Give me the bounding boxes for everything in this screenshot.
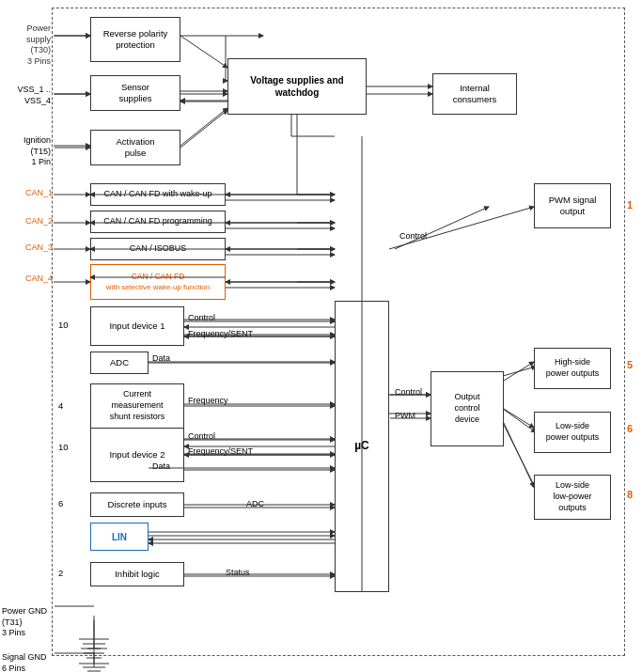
freq-sent1-label: Frequency/SENT [188, 329, 253, 338]
ignition-label: Ignition (T15)1 Pin [2, 135, 51, 168]
can4-label: CAN_4 [4, 273, 53, 285]
internal-consumers-box: Internalconsumers [432, 73, 517, 115]
frequency-label: Frequency [188, 396, 228, 405]
voltage-watchdog-box: Voltage supplies andwatchdog [227, 58, 367, 115]
can2-label: CAN_2 [4, 216, 53, 227]
control-id2-label: Control [188, 431, 215, 441]
badge-6: 6 [627, 423, 633, 434]
can3-box: CAN / ISOBUS [90, 238, 226, 260]
power-gnd-label: Power GND(T31)3 Pins [2, 606, 63, 639]
freq-sent2-label: Frequency/SENT [188, 446, 253, 456]
badge-1: 1 [627, 199, 633, 211]
data1-label: Data [152, 353, 170, 363]
control-id1-label: Control [188, 313, 215, 322]
badge-8: 8 [627, 489, 633, 500]
num4-label: 4 [58, 400, 63, 412]
power-supply-label: Power supply(T30)3 Pins [2, 23, 51, 68]
sensor-supplies-box: Sensorsupplies [90, 75, 180, 111]
badge-5: 5 [627, 359, 633, 370]
lin-box: LIN [90, 523, 149, 551]
inhibit-logic-box: Inhibit logic [90, 562, 184, 586]
adc-left-box: ADC [90, 352, 149, 374]
input-device1-box: Input device 1 [90, 306, 184, 346]
can1-label: CAN_1 [4, 188, 53, 199]
uc-pwm-label: PWM [395, 411, 415, 420]
data2-label: Data [152, 461, 170, 471]
can1-box: CAN / CAN FD with wake-up [90, 183, 226, 206]
num2-label: 2 [58, 568, 63, 579]
signal-gnd-label: Signal GND6 Pins [2, 652, 63, 672]
can4-box: CAN / CAN FDwith selective wake-up funct… [90, 264, 226, 300]
control-to-pwm-label: Control [399, 231, 427, 241]
status-label: Status [226, 568, 250, 577]
activation-pulse-box: Activationpulse [90, 130, 180, 165]
uc-box: µC [335, 301, 389, 592]
reverse-polarity-box: Reverse polarity protection [90, 17, 180, 62]
num10a-label: 10 [58, 320, 69, 331]
adc-arrow-label: ADC [246, 499, 264, 508]
output-control-box: Outputcontroldevice [431, 371, 504, 446]
uc-control-label: Control [395, 387, 422, 397]
low-side-lp-box: Low-sidelow-poweroutputs [534, 475, 611, 520]
num10b-label: 10 [58, 442, 69, 453]
pwm-output-box: PWM signaloutput [534, 183, 611, 228]
diagram-container: Reverse polarity protection Sensorsuppli… [0, 0, 642, 672]
can3-label: CAN_3 [4, 242, 53, 254]
current-shunt-box: Currentmeasurementshunt resistors [90, 383, 184, 429]
input-device2-box: Input device 2 [90, 428, 184, 482]
can2-box: CAN / CAN FD programming [90, 211, 226, 233]
num6-label: 6 [58, 498, 63, 509]
low-side-box: Low-sidepower outputs [534, 412, 611, 453]
discrete-inputs-box: Discrete inputs [90, 492, 184, 517]
vss-label: VSS_1 ..VSS_4 [2, 85, 51, 106]
high-side-box: High-sidepower outputs [534, 348, 611, 389]
